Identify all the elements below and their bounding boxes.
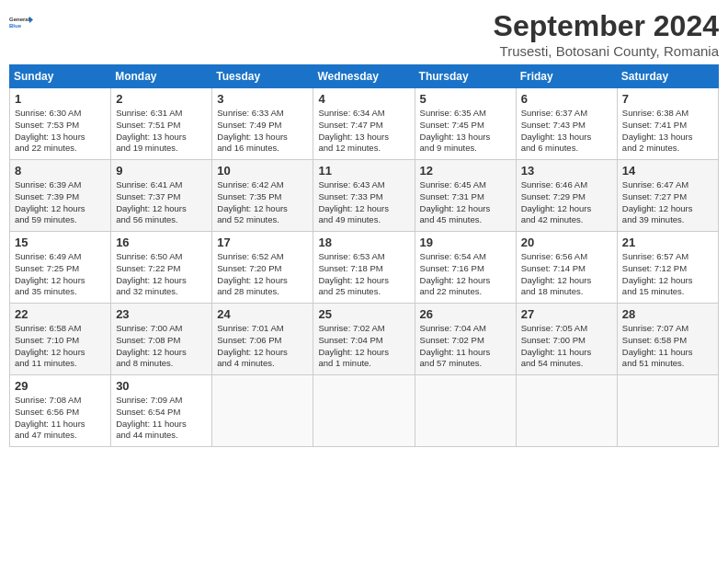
day-number: 3 (217, 92, 308, 106)
location-subtitle: Trusesti, Botosani County, Romania (494, 43, 719, 59)
day-info: Sunset: 7:22 PM (116, 263, 207, 275)
day-number: 24 (217, 307, 308, 321)
day-info: and 54 minutes. (521, 358, 612, 370)
day-number: 28 (622, 307, 713, 321)
day-info: Sunset: 7:35 PM (217, 191, 308, 203)
day-info: and 28 minutes. (217, 286, 308, 298)
day-info: and 16 minutes. (217, 143, 308, 155)
day-number: 25 (318, 307, 409, 321)
day-info: Daylight: 12 hours (521, 203, 612, 215)
day-info: Daylight: 12 hours (116, 203, 207, 215)
calendar-day-16: 16Sunrise: 6:50 AMSunset: 7:22 PMDayligh… (111, 232, 212, 304)
calendar-day-29: 29Sunrise: 7:08 AMSunset: 6:56 PMDayligh… (10, 375, 111, 447)
day-info: Sunset: 7:06 PM (217, 335, 308, 347)
header-wednesday: Wednesday (313, 65, 415, 88)
day-info: Sunset: 7:16 PM (420, 263, 511, 275)
calendar-day-8: 8Sunrise: 6:39 AMSunset: 7:39 PMDaylight… (10, 160, 111, 232)
day-info: Sunset: 7:10 PM (15, 335, 106, 347)
calendar-day-11: 11Sunrise: 6:43 AMSunset: 7:33 PMDayligh… (313, 160, 415, 232)
day-info: Sunrise: 7:04 AM (420, 323, 511, 335)
day-info: Sunset: 7:51 PM (116, 120, 207, 132)
day-info: Sunset: 6:56 PM (15, 407, 106, 419)
calendar-day-23: 23Sunrise: 7:00 AMSunset: 7:08 PMDayligh… (111, 304, 212, 375)
day-info: and 1 minute. (318, 358, 409, 370)
calendar-day-4: 4Sunrise: 6:34 AMSunset: 7:47 PMDaylight… (313, 88, 415, 160)
day-info: Daylight: 12 hours (15, 347, 106, 359)
day-info: Sunrise: 6:39 AM (15, 179, 106, 191)
day-info: and 12 minutes. (318, 143, 409, 155)
day-info: Daylight: 11 hours (116, 419, 207, 431)
day-info: and 18 minutes. (521, 286, 612, 298)
calendar-week-5: 29Sunrise: 7:08 AMSunset: 6:56 PMDayligh… (10, 375, 719, 447)
day-info: and 56 minutes. (116, 214, 207, 226)
calendar-week-1: 1Sunrise: 6:30 AMSunset: 7:53 PMDaylight… (10, 88, 719, 160)
calendar-day-6: 6Sunrise: 6:37 AMSunset: 7:43 PMDaylight… (516, 88, 617, 160)
day-info: Daylight: 12 hours (217, 203, 308, 215)
day-info: Sunrise: 6:34 AM (318, 108, 409, 120)
calendar-day-17: 17Sunrise: 6:52 AMSunset: 7:20 PMDayligh… (212, 232, 313, 304)
day-info: Sunrise: 6:53 AM (318, 251, 409, 263)
day-info: and 45 minutes. (420, 214, 511, 226)
day-info: Sunrise: 6:57 AM (622, 251, 713, 263)
header-saturday: Saturday (617, 65, 718, 88)
day-info: Sunset: 7:39 PM (15, 191, 106, 203)
header-thursday: Thursday (415, 65, 516, 88)
day-info: Daylight: 13 hours (622, 132, 713, 144)
day-info: Daylight: 11 hours (15, 419, 106, 431)
day-info: Sunrise: 6:43 AM (318, 179, 409, 191)
svg-text:Blue: Blue (9, 23, 22, 29)
day-info: Sunrise: 6:31 AM (116, 108, 207, 120)
header-friday: Friday (516, 65, 617, 88)
day-number: 10 (217, 164, 308, 178)
day-info: Sunrise: 6:35 AM (420, 108, 511, 120)
day-info: and 35 minutes. (15, 286, 106, 298)
day-info: Sunrise: 6:46 AM (521, 179, 612, 191)
day-info: Daylight: 12 hours (521, 275, 612, 287)
day-info: Daylight: 13 hours (15, 132, 106, 144)
day-info: Sunset: 7:43 PM (521, 120, 612, 132)
day-info: Sunset: 7:14 PM (521, 263, 612, 275)
logo-icon: GeneralBlue (9, 9, 35, 35)
day-number: 17 (217, 236, 308, 249)
logo: GeneralBlue (9, 9, 35, 35)
day-info: and 49 minutes. (318, 214, 409, 226)
day-info: and 47 minutes. (15, 430, 106, 442)
day-info: Sunrise: 6:54 AM (420, 251, 511, 263)
empty-cell (617, 375, 718, 447)
day-info: Daylight: 12 hours (116, 347, 207, 359)
day-info: Daylight: 12 hours (622, 275, 713, 287)
day-number: 29 (15, 379, 106, 393)
day-info: Daylight: 12 hours (622, 203, 713, 215)
day-number: 8 (15, 164, 106, 178)
calendar-day-13: 13Sunrise: 6:46 AMSunset: 7:29 PMDayligh… (516, 160, 617, 232)
day-info: Sunrise: 6:41 AM (116, 179, 207, 191)
day-number: 18 (318, 236, 409, 249)
calendar-day-27: 27Sunrise: 7:05 AMSunset: 7:00 PMDayligh… (516, 304, 617, 375)
day-number: 5 (420, 92, 511, 106)
calendar-table: SundayMondayTuesdayWednesdayThursdayFrid… (9, 64, 719, 447)
calendar-week-3: 15Sunrise: 6:49 AMSunset: 7:25 PMDayligh… (10, 232, 719, 304)
day-info: Sunset: 7:08 PM (116, 335, 207, 347)
day-info: and 57 minutes. (420, 358, 511, 370)
day-info: and 32 minutes. (116, 286, 207, 298)
day-info: Daylight: 12 hours (15, 275, 106, 287)
calendar-day-15: 15Sunrise: 6:49 AMSunset: 7:25 PMDayligh… (10, 232, 111, 304)
day-info: Daylight: 13 hours (420, 132, 511, 144)
calendar-day-2: 2Sunrise: 6:31 AMSunset: 7:51 PMDaylight… (111, 88, 212, 160)
day-info: Sunrise: 7:08 AM (15, 395, 106, 407)
day-info: Sunrise: 6:50 AM (116, 251, 207, 263)
day-info: Sunrise: 6:52 AM (217, 251, 308, 263)
header-sunday: Sunday (10, 65, 111, 88)
day-info: Daylight: 12 hours (318, 203, 409, 215)
day-info: Sunset: 7:20 PM (217, 263, 308, 275)
empty-cell (212, 375, 313, 447)
day-number: 16 (116, 236, 207, 249)
day-info: Sunrise: 7:02 AM (318, 323, 409, 335)
day-number: 30 (116, 379, 207, 393)
calendar-day-25: 25Sunrise: 7:02 AMSunset: 7:04 PMDayligh… (313, 304, 415, 375)
header-tuesday: Tuesday (212, 65, 313, 88)
day-info: Sunrise: 6:33 AM (217, 108, 308, 120)
day-info: Sunrise: 7:05 AM (521, 323, 612, 335)
day-info: Sunrise: 6:49 AM (15, 251, 106, 263)
day-info: Daylight: 13 hours (521, 132, 612, 144)
